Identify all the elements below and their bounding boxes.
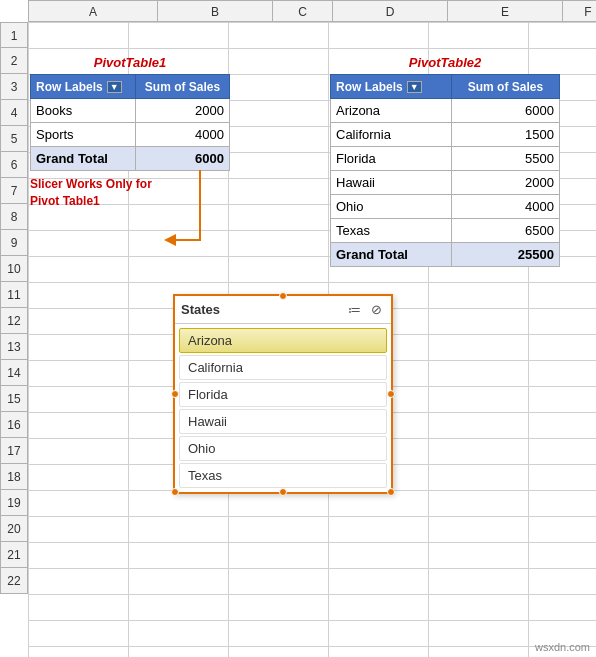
slicer-item-texas[interactable]: Texas (179, 463, 387, 488)
slicer-item-california[interactable]: California (179, 355, 387, 380)
pivot1-dropdown-arrow[interactable]: ▼ (107, 81, 122, 93)
row-num-20: 20 (0, 516, 28, 542)
pivot2-col1-header[interactable]: Row Labels ▼ (331, 75, 452, 99)
grid: PivotTable1 Row Labels ▼ Sum of Sales (28, 22, 596, 657)
pivot1-value-0: 2000 (136, 99, 230, 123)
pivot2-value-0: 6000 (451, 99, 559, 123)
pivot2-label-4: Ohio (331, 195, 452, 219)
pivot1-table: Row Labels ▼ Sum of Sales Books2000Sport… (30, 74, 230, 171)
pivot1-col1-header[interactable]: Row Labels ▼ (31, 75, 136, 99)
slicer-multiselect-icon[interactable]: ≔ (345, 301, 363, 319)
row-num-22: 22 (0, 568, 28, 594)
pivot2-grand-label: Grand Total (331, 243, 452, 267)
row-num-8: 8 (0, 204, 28, 230)
slicer-item-florida[interactable]: Florida (179, 382, 387, 407)
pivot1-row-1: Sports4000 (31, 123, 230, 147)
pivot2-value-3: 2000 (451, 171, 559, 195)
row-num-16: 16 (0, 412, 28, 438)
col-header-a: A (28, 0, 158, 22)
row-num-9: 9 (0, 230, 28, 256)
pivot2-row-5: Texas6500 (331, 219, 560, 243)
pivot2-label-1: California (331, 123, 452, 147)
row-num-6: 6 (0, 152, 28, 178)
pivot2-value-4: 4000 (451, 195, 559, 219)
pivot1-col2-header: Sum of Sales (136, 75, 230, 99)
slicer-handle-bottom-right[interactable] (387, 488, 395, 496)
row-num-18: 18 (0, 464, 28, 490)
pivot-table-1: PivotTable1 Row Labels ▼ Sum of Sales (30, 48, 230, 171)
column-headers: ABCDEF (28, 0, 596, 22)
slicer-handle-bottom[interactable] (279, 488, 287, 496)
slicer-icon-group: ≔ ⊘ (345, 301, 385, 319)
annotation: Slicer Works Only for Pivot Table1 (30, 176, 160, 210)
row-num-5: 5 (0, 126, 28, 152)
pivot2-row-4: Ohio4000 (331, 195, 560, 219)
pivot1-grand-value: 6000 (136, 147, 230, 171)
row-numbers: 12345678910111213141516171819202122 (0, 22, 28, 594)
slicer-title: States (181, 302, 220, 317)
pivot2-row-0: Arizona6000 (331, 99, 560, 123)
slicer-handle-top[interactable] (279, 292, 287, 300)
row-num-7: 7 (0, 178, 28, 204)
row-num-12: 12 (0, 308, 28, 334)
pivot2-grand-total: Grand Total25500 (331, 243, 560, 267)
pivot2-col2-header: Sum of Sales (451, 75, 559, 99)
pivot2-grand-value: 25500 (451, 243, 559, 267)
slicer-handle-bottom-left[interactable] (171, 488, 179, 496)
pivot2-row-3: Hawaii2000 (331, 171, 560, 195)
pivot2-label-3: Hawaii (331, 171, 452, 195)
slicer[interactable]: States ≔ ⊘ ArizonaCaliforniaFloridaHawai… (173, 294, 393, 494)
slicer-clear-icon[interactable]: ⊘ (367, 301, 385, 319)
row-num-15: 15 (0, 386, 28, 412)
slicer-handle-right[interactable] (387, 390, 395, 398)
slicer-items-container: ArizonaCaliforniaFloridaHawaiiOhioTexas (175, 324, 391, 492)
pivot1-title: PivotTable1 (30, 48, 230, 74)
pivot1-header-row: Row Labels ▼ Sum of Sales (31, 75, 230, 99)
pivot1-label-0: Books (31, 99, 136, 123)
col-header-b: B (158, 0, 273, 22)
pivot2-value-1: 1500 (451, 123, 559, 147)
row-num-19: 19 (0, 490, 28, 516)
pivot2-row-2: Florida5500 (331, 147, 560, 171)
row-num-13: 13 (0, 334, 28, 360)
spreadsheet: ABCDEF 123456789101112131415161718192021… (0, 0, 596, 657)
row-num-14: 14 (0, 360, 28, 386)
row-num-4: 4 (0, 100, 28, 126)
pivot2-value-5: 6500 (451, 219, 559, 243)
row-num-10: 10 (0, 256, 28, 282)
watermark: wsxdn.com (535, 641, 590, 653)
row-num-2: 2 (0, 48, 28, 74)
pivot-table-2: PivotTable2 Row Labels ▼ Sum of Sales (330, 48, 560, 267)
pivot1-grand-total: Grand Total6000 (31, 147, 230, 171)
slicer-item-arizona[interactable]: Arizona (179, 328, 387, 353)
pivot1-row-0: Books2000 (31, 99, 230, 123)
row-num-11: 11 (0, 282, 28, 308)
pivot1-value-1: 4000 (136, 123, 230, 147)
pivot2-label-5: Texas (331, 219, 452, 243)
pivot2-table: Row Labels ▼ Sum of Sales Arizona6000Cal… (330, 74, 560, 267)
row-num-21: 21 (0, 542, 28, 568)
pivot2-title: PivotTable2 (330, 48, 560, 74)
row-num-17: 17 (0, 438, 28, 464)
pivot2-row-1: California1500 (331, 123, 560, 147)
slicer-item-ohio[interactable]: Ohio (179, 436, 387, 461)
col-header-d: D (333, 0, 448, 22)
pivot2-dropdown-arrow[interactable]: ▼ (407, 81, 422, 93)
col-header-c: C (273, 0, 333, 22)
slicer-header: States ≔ ⊘ (175, 296, 391, 324)
pivot1-label-1: Sports (31, 123, 136, 147)
pivot2-value-2: 5500 (451, 147, 559, 171)
col-header-f: F (563, 0, 596, 22)
row-num-1: 1 (0, 22, 28, 48)
pivot2-header-row: Row Labels ▼ Sum of Sales (331, 75, 560, 99)
slicer-handle-left[interactable] (171, 390, 179, 398)
pivot1-grand-label: Grand Total (31, 147, 136, 171)
slicer-item-hawaii[interactable]: Hawaii (179, 409, 387, 434)
col-header-e: E (448, 0, 563, 22)
row-num-3: 3 (0, 74, 28, 100)
pivot2-label-0: Arizona (331, 99, 452, 123)
pivot2-label-2: Florida (331, 147, 452, 171)
